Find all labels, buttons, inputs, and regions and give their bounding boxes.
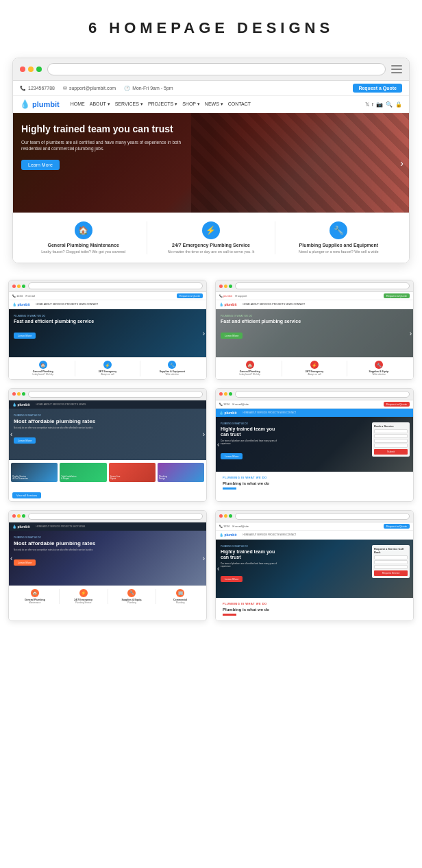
twitter-icon[interactable]: 𝕏 [365, 101, 369, 108]
hero-content: Highly trained team you can trust Our te… [21, 123, 199, 170]
mockup-4-booking-form: Book a Service Submit [372, 422, 410, 457]
mockup-4: 📞 1234 ✉ email@site Request a Quote 💧 pl… [215, 388, 414, 502]
topbar-phone: 📞 1234567788 [20, 86, 55, 91]
mockup-4-hero-title: Highly trained team you can trust [221, 426, 282, 439]
browser-close-dot[interactable] [20, 67, 25, 72]
booking-phone-field[interactable] [374, 439, 408, 443]
mockup-1-hero-content: PLUMBING IS WHAT WE DO Fast and efficien… [14, 315, 94, 339]
instagram-icon[interactable]: 📷 [376, 101, 383, 108]
mockup-4-hero-content: PLUMBING IS WHAT WE DO Highly trained te… [221, 422, 282, 460]
mockup-1-hero-title: Fast and efficient plumbing service [14, 319, 94, 325]
feature-desc-1: Leaky faucet? Clogged toilet? We got you… [23, 250, 144, 254]
mockup-6-callback-form: Request a Service Call Back Request Serv… [372, 545, 410, 578]
mockup-5-next-arrow[interactable]: › [203, 554, 205, 562]
email-icon: ✉ [63, 86, 67, 91]
featured-mockup: 📞 1234567788 ✉ support@plumbit.com 🕐 Mon… [12, 58, 410, 263]
mockup-3-view-services-btn[interactable]: View all Services [12, 492, 41, 498]
mockup-2-hero: PLUMBING IS WHAT WE DO Fast and efficien… [216, 309, 413, 357]
mockup-3-hero-title: Most affordable plumbing rates [14, 418, 95, 425]
mockup-6-section: PLUMBING IS WHAT WE DO Plumbing is what … [216, 598, 413, 620]
browser-menu-icon[interactable] [391, 65, 402, 73]
browser-maximize-dot[interactable] [36, 67, 42, 72]
callback-firstname[interactable] [374, 555, 408, 559]
mockup-2-hero-content: PLUMBING IS WHAT WE DO Fast and efficien… [221, 315, 301, 339]
mockup-1: 📞 1234 ✉ email Request a Quote 💧 plumbit… [8, 280, 207, 380]
mockup-6-topbar: 📞 1234 ✉ email@site Request a Quote [216, 522, 413, 531]
mockup-3-hero: PLUMBING IS WHAT WE DO Most affordable p… [9, 409, 206, 460]
site-nav-links: HOME ABOUT ▾ SERVICES ▾ PROJECTS ▾ SHOP … [71, 101, 251, 107]
mockup-4-navbar: 💧 plumbit HOME ABOUT SERVICES PROJECTS N… [216, 409, 413, 417]
mockup-5: 💧 plumbit HOME ABOUT SERVICES PROJECTS S… [8, 510, 207, 621]
logo-drop-icon: 💧 [20, 99, 30, 109]
booking-submit-btn[interactable]: Submit [374, 449, 408, 455]
page-title: 6 HOMEPAGE DESIGNS [14, 19, 408, 37]
feature-home-icon: 🏠 [75, 221, 92, 239]
mockup-6-browser-bar [216, 511, 413, 522]
mockup-1-features: 🏠 General Plumbing Leaky faucet? We help… [9, 357, 206, 379]
mockup-4-browser-bar [216, 389, 413, 400]
feature-item-supplies: 🔧 Plumbing Supplies and Equipment Need a… [275, 221, 402, 254]
feature-item-emergency: ⚡ 24/7 Emergency Plumbing Service No mat… [147, 221, 275, 254]
mockup-5-hero-title: Most affordable plumbing rates [14, 540, 95, 547]
mockup-3-hero-btn[interactable]: Learn More [14, 437, 36, 444]
mockup-5-hero-content: PLUMBING IS WHAT WE DO Most affordable p… [14, 536, 95, 566]
feature-emergency-icon: ⚡ [202, 221, 220, 239]
mockup-3-thumb-2[interactable]: Toilet Installation& Repair [60, 463, 106, 482]
mockup-3-thumb-4[interactable]: PlumbingDesign [158, 463, 204, 482]
site-nav-icons: 𝕏 f 📷 🔍 🔒 [365, 101, 402, 108]
callback-submit-btn[interactable]: Request Service [374, 570, 408, 576]
mockup-3-browser-bar [9, 389, 206, 400]
topbar-email: ✉ support@plumbit.com [63, 86, 116, 91]
booking-email-field[interactable] [374, 444, 408, 448]
mockup-5-hero-btn[interactable]: Learn More [14, 559, 36, 566]
mockup-1-next-arrow[interactable]: › [203, 330, 205, 337]
mockup-3-prev-arrow[interactable]: ‹ [10, 431, 12, 438]
featured-hero: Highly trained team you can trust Our te… [13, 113, 409, 213]
feature-title-3: Plumbing Supplies and Equipment [278, 243, 399, 248]
topbar-hours: 🕐 Mon-Fri 9am - 5pm [124, 86, 173, 91]
mockup-5-prev-arrow[interactable]: ‹ [10, 554, 12, 562]
feature-desc-2: No matter the time or day are on call to… [150, 250, 271, 254]
hero-subtitle: Our team of plumbers are all certified a… [21, 139, 199, 152]
mockup-6-hero-btn[interactable]: Learn More [221, 576, 243, 582]
mockup-5-hero: PLUMBING IS WHAT WE DO Most affordable p… [9, 531, 206, 586]
mockup-1-hero-btn[interactable]: Learn More [14, 333, 36, 339]
booking-firstname-field[interactable] [374, 429, 408, 433]
mockup-2-next-arrow[interactable]: › [410, 330, 412, 337]
mockup-6-hero: PLUMBING IS WHAT WE DO Highly trained te… [216, 540, 413, 598]
mockup-5-browser-bar [9, 511, 206, 522]
mockup-4-prev-arrow[interactable]: ‹ [217, 440, 219, 448]
mockup-3-thumbnails: Quality Serviceis Our Guarantee Toilet I… [9, 460, 206, 485]
hero-title: Highly trained team you can trust [21, 123, 199, 135]
lock-icon[interactable]: 🔒 [395, 101, 402, 108]
featured-browser-bar [13, 58, 409, 81]
phone-icon: 📞 [20, 86, 26, 91]
feature-title-2: 24/7 Emergency Plumbing Service [150, 243, 271, 248]
hero-next-arrow[interactable]: › [400, 158, 404, 169]
browser-minimize-dot[interactable] [28, 67, 34, 72]
callback-lastname[interactable] [374, 560, 408, 564]
mockup-6-navbar: 💧 plumbit HOME ABOUT SERVICES PROJECTS N… [216, 531, 413, 540]
mockup-4-hero-btn[interactable]: Learn More [221, 453, 243, 459]
mockup-2-hero-btn[interactable]: Learn More [221, 333, 243, 339]
mockup-6-hero-content: PLUMBING IS WHAT WE DO Highly trained te… [221, 545, 282, 583]
mockup-3-thumb-1[interactable]: Quality Serviceis Our Guarantee [11, 463, 58, 482]
feature-desc-3: Need a plunger or a new faucet? We sell … [278, 250, 399, 254]
mockup-2: 📞 plumbit ✉ support Request a Quote 💧 pl… [215, 280, 414, 380]
mockup-1-browser-bar [9, 280, 206, 292]
mockup-5-features: 🏠 General Plumbing Maintenance ⚡ 24/7 Em… [9, 586, 206, 607]
topbar-cta-button[interactable]: Request a Quote [353, 84, 402, 93]
facebook-icon[interactable]: f [372, 101, 373, 108]
feature-wrench-icon: 🔧 [330, 221, 347, 239]
booking-lastname-field[interactable] [374, 434, 408, 438]
mockup-3-thumb-3[interactable]: Sewer LineRepair [109, 463, 156, 482]
mockup-3-next-arrow[interactable]: › [203, 431, 205, 438]
hero-learn-more-button[interactable]: Learn More [21, 160, 60, 170]
browser-url-bar[interactable] [47, 63, 386, 75]
mockup-3-hero-content: PLUMBING IS WHAT WE DO Most affordable p… [14, 414, 95, 444]
mockup-2-browser-bar [216, 280, 413, 292]
mockup-1-navbar: 💧 plumbit HOME ABOUT SERVICES PROJECTS N… [9, 300, 206, 309]
search-icon[interactable]: 🔍 [386, 101, 393, 108]
mockup-6-prev-arrow[interactable]: ‹ [217, 565, 219, 572]
callback-phone[interactable] [374, 565, 408, 569]
